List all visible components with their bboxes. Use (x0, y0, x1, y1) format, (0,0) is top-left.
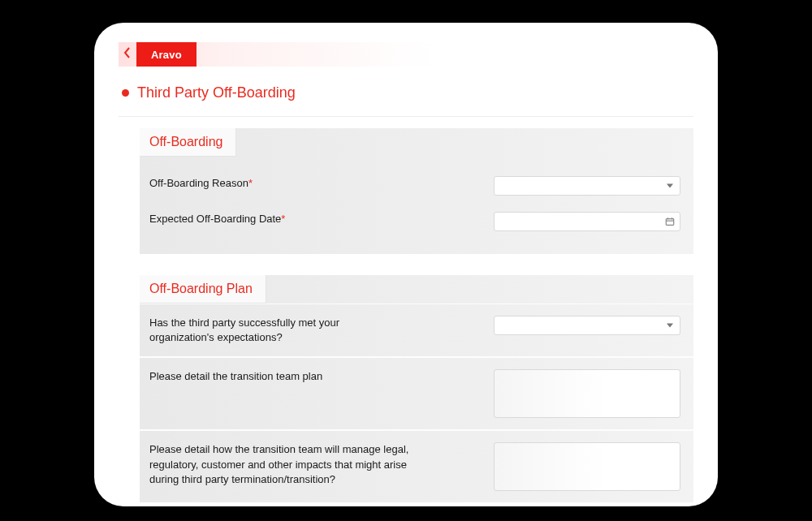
label-offboarding-reason: Off-Boarding Reason* (149, 176, 425, 191)
control-wrap-date (442, 212, 680, 231)
label-offboarding-date-text: Expected Off-Boarding Date (149, 213, 281, 225)
content-area: Off-Boarding Off-Boarding Reason* Expect… (119, 128, 693, 503)
page-title-row: Third Party Off-Boarding (119, 67, 693, 117)
control-wrap-expectations (409, 316, 680, 335)
label-plan-expectations: Has the third party successfully met you… (149, 316, 393, 345)
section-offboarding-title: Off-Boarding (140, 128, 236, 157)
section-plan-body: Has the third party successfully met you… (140, 304, 693, 503)
back-button[interactable] (119, 42, 136, 67)
page-title: Third Party Off-Boarding (137, 84, 296, 101)
select-plan-expectations[interactable] (494, 316, 680, 335)
section-offboarding: Off-Boarding Off-Boarding Reason* Expect… (140, 128, 693, 254)
section-plan-title: Off-Boarding Plan (140, 275, 266, 304)
bullet-icon (122, 89, 129, 97)
row-offboarding-date: Expected Off-Boarding Date* (149, 204, 680, 239)
control-wrap-impacts (442, 442, 680, 491)
chevron-left-icon (123, 47, 132, 62)
input-offboarding-date[interactable] (494, 212, 680, 231)
row-plan-impacts: Please detail how the transition team wi… (140, 430, 693, 503)
brand-label: Aravo (151, 49, 182, 61)
svg-rect-0 (666, 219, 673, 226)
label-plan-impacts: Please detail how the transition team wi… (149, 442, 425, 487)
label-plan-transition: Please detail the transition team plan (149, 369, 425, 384)
required-marker: * (281, 213, 285, 225)
tablet-frame: Aravo Third Party Off-Boarding Off-Board… (94, 23, 718, 506)
control-wrap-transition (442, 369, 680, 418)
label-offboarding-reason-text: Off-Boarding Reason (149, 177, 248, 189)
textarea-plan-impacts[interactable] (494, 442, 680, 491)
section-offboarding-body: Off-Boarding Reason* Expected Off-Boardi… (140, 157, 693, 254)
section-plan: Off-Boarding Plan Has the third party su… (140, 275, 693, 503)
required-marker: * (248, 177, 253, 189)
row-plan-expectations: Has the third party successfully met you… (140, 304, 693, 357)
app-root: Aravo Third Party Off-Boarding Off-Board… (119, 42, 693, 506)
row-offboarding-reason: Off-Boarding Reason* (149, 168, 680, 204)
label-offboarding-date: Expected Off-Boarding Date* (149, 212, 425, 226)
control-wrap-reason (442, 176, 680, 196)
calendar-icon (665, 217, 675, 226)
row-plan-transition: Please detail the transition team plan (140, 357, 693, 430)
brand-tab[interactable]: Aravo (136, 42, 197, 67)
select-offboarding-reason[interactable] (494, 176, 680, 196)
app-header: Aravo (119, 42, 693, 67)
textarea-plan-transition[interactable] (494, 369, 680, 418)
